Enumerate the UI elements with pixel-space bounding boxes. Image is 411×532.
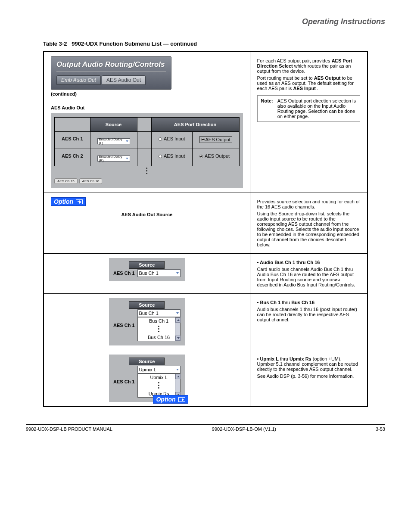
aes-ch2-input-radio[interactable] xyxy=(159,155,162,158)
option-arrow-icon xyxy=(76,199,83,204)
chevron-down-icon xyxy=(176,272,179,274)
ribbon-continued: (continued) xyxy=(51,91,243,96)
source-header: Source xyxy=(129,261,165,269)
option-badge: Option xyxy=(51,197,86,206)
row2-left: Option AES Audio Out Source xyxy=(44,193,250,254)
note-text: AES Output port direction selection is a… xyxy=(277,98,356,119)
aes-ch15-chip[interactable]: AES Ch 15 xyxy=(54,178,78,184)
col-port-direction: AES Port Direction xyxy=(151,118,239,132)
row1-right: For each AES output pair, provides AES P… xyxy=(250,52,367,193)
chevron-down-icon xyxy=(176,369,179,370)
footer-middle: 9902-UDX-DSP-LB-OM (V1.1) xyxy=(212,426,276,432)
page-footer: 9902-UDX-DSP-LB PRODUCT MANUAL 9902-UDX-… xyxy=(26,424,385,432)
list-item[interactable]: Upmix L xyxy=(138,374,180,381)
aes-ch1-input-radio[interactable] xyxy=(159,137,162,141)
row4-left: Source AES Ch 1 Bus Ch 1 Bus Ch 1 ••• Bu… xyxy=(44,294,250,350)
row3-left: Source AES Ch 1 Bus Ch 1 xyxy=(44,254,250,294)
row5-right: • Upmix L thru Upmix Rs (option +UM). Up… xyxy=(250,350,367,407)
ribbon-title: Output Audio Routing/Controls xyxy=(56,60,166,69)
aes-audio-out-label: AES Audio Out xyxy=(51,105,243,110)
option-badge: Option xyxy=(153,395,188,404)
table-caption: Table 3-2 9902-UDX Function Submenu List… xyxy=(43,40,368,47)
table-caption-prefix: Table 3-2 xyxy=(43,40,67,47)
row3-right: • Audio Bus Ch 1 thru Ch 16 Card audio b… xyxy=(250,254,367,294)
list-item[interactable]: Bus Ch 1 xyxy=(138,317,180,324)
row4-right: • Bus Ch 1 thru Bus Ch 16 Audio bus chan… xyxy=(250,294,367,350)
aes-ch2-output-radio[interactable] xyxy=(199,155,203,158)
aes-ch1-label: AES Ch 1 xyxy=(113,323,135,328)
source-header: Source xyxy=(129,301,165,309)
aes-port-panel: Source AES Port Direction AES Ch 1 Encod… xyxy=(51,113,243,188)
scroll-down-icon[interactable] xyxy=(175,336,181,341)
source-header: Source xyxy=(129,358,165,365)
col-source: Source xyxy=(90,118,137,132)
header-divider xyxy=(26,30,385,30)
aes-ch16-chip[interactable]: AES Ch 16 xyxy=(79,178,103,184)
ribbon-header: Output Audio Routing/Controls Emb Audio … xyxy=(51,56,171,90)
row1-left: Output Audio Routing/Controls Emb Audio … xyxy=(44,52,250,193)
scrollbar[interactable] xyxy=(175,374,180,397)
aes-ch1-output-radio[interactable]: AES Output xyxy=(199,136,232,143)
chevron-down-icon xyxy=(126,140,128,142)
ellipsis-icon: ••• xyxy=(138,324,180,334)
source-panel-3: Source AES Ch 1 Upmix L Upmix L ••• Upmi… xyxy=(109,355,185,402)
ellipsis-icon: ••• xyxy=(138,381,180,390)
aes-ch1-label: AES Ch 1 xyxy=(113,379,135,384)
aes-ch1-label: AES Ch 1 xyxy=(55,132,90,149)
list-item[interactable]: Bus Ch 16 xyxy=(138,334,180,341)
footer-left: 9902-UDX-DSP-LB PRODUCT MANUAL xyxy=(26,426,112,432)
option-arrow-icon xyxy=(178,397,185,402)
chevron-down-icon xyxy=(126,158,128,159)
page-header-right: Operating Instructions xyxy=(26,17,385,26)
scroll-up-icon[interactable] xyxy=(175,317,181,323)
tab-emb-audio-out[interactable]: Emb Audio Out xyxy=(56,75,101,85)
ellipsis-icon: ••• xyxy=(54,166,240,176)
source-select-bus-open[interactable]: Bus Ch 1 xyxy=(137,309,181,317)
source-panel-2: Source AES Ch 1 Bus Ch 1 Bus Ch 1 ••• Bu… xyxy=(109,298,185,345)
scrollbar[interactable] xyxy=(175,317,180,341)
main-table: Output Audio Routing/Controls Emb Audio … xyxy=(43,51,368,407)
note-label: Note: xyxy=(261,98,273,119)
row5-left: Source AES Ch 1 Upmix L Upmix L ••• Upmi… xyxy=(44,350,250,407)
scroll-up-icon[interactable] xyxy=(175,374,181,379)
row2-right: Provides source selection and routing fo… xyxy=(250,193,367,254)
aes-ch2-label: AES Ch 2 xyxy=(55,149,90,166)
table-caption-title: 9902-UDX Function Submenu List — continu… xyxy=(72,40,197,47)
chevron-down-icon xyxy=(176,312,179,314)
source-select-bus[interactable]: Bus Ch 1 xyxy=(137,269,181,277)
aes-source-heading: AES Audio Out Source xyxy=(51,212,243,217)
tab-aes-audio-out[interactable]: AES Audio Out xyxy=(102,75,146,85)
footer-right: 3-53 xyxy=(376,426,385,432)
source-select-upmix-open[interactable]: Upmix L xyxy=(137,366,181,373)
aes-ch1-source-select[interactable]: Encoded Dolby (L) xyxy=(97,138,130,144)
note-box: Note: AES Output port direction selectio… xyxy=(257,95,360,122)
aes-ch1-label: AES Ch 1 xyxy=(113,271,135,276)
source-panel-1: Source AES Ch 1 Bus Ch 1 xyxy=(109,258,185,281)
aes-ch2-source-select[interactable]: Encoded Dolby (R) xyxy=(97,156,130,162)
